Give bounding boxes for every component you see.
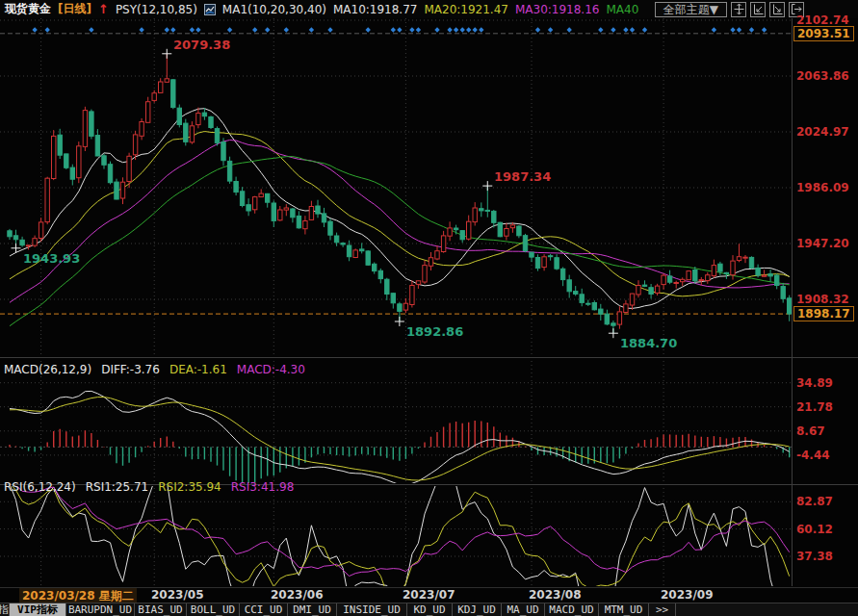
ma-group-label: MA1(10,20,30,40): [222, 3, 326, 16]
scale-right-icon[interactable]: [769, 2, 785, 17]
chart-header: 现货黄金 [日线] ↑ PSY(12,10,85) MA1(10,20,30,4…: [0, 0, 858, 18]
theme-dropdown-button[interactable]: 全部主题▼: [655, 2, 727, 17]
ma20-value: MA20:1921.47: [424, 3, 508, 16]
month-label: 2023/07: [403, 588, 455, 602]
tab->>[interactable]: >>: [649, 603, 676, 616]
indicator-tab-bar: 指标VIP指标BARUPDN_UDBIAS_UDBOLL_UDCCI_UDDMI…: [0, 603, 858, 616]
pane-shift-icon[interactable]: [789, 2, 804, 17]
macd-label-row: MACD(26,12,9) DIFF:-3.76 DEA:-1.61 MACD:…: [4, 363, 305, 376]
month-label: 2023/05: [151, 588, 203, 602]
rsi3-value: RSI3:41.98: [231, 480, 295, 494]
rsi1-value: RSI1:25.71: [86, 480, 149, 494]
symbol-name: 现货黄金: [5, 1, 51, 17]
tab-BIAS_UD[interactable]: BIAS_UD: [135, 603, 187, 616]
macd-title: MACD(26,12,9): [4, 363, 91, 376]
month-label: 2023/09: [661, 588, 713, 602]
psy-indicator-label: PSY(12,10,85): [116, 3, 197, 16]
tab-指标[interactable]: 指标: [0, 603, 10, 616]
tab-MTM_UD[interactable]: MTM_UD: [599, 603, 649, 616]
header-controls: 全部主题▼: [655, 2, 858, 17]
rsi2-value: RSI2:35.94: [158, 480, 221, 494]
macd-dea-value: DEA:-1.61: [169, 363, 227, 376]
mini-chart-icon: [204, 4, 216, 15]
tab-KDJ_UD[interactable]: KDJ_UD: [453, 603, 502, 616]
trading-app-window: 现货黄金 [日线] ↑ PSY(12,10,85) MA1(10,20,30,4…: [0, 0, 858, 616]
month-label: 2023/06: [271, 588, 323, 602]
ma30-value: MA30:1918.16: [515, 3, 600, 16]
tab-KD_UD[interactable]: KD_UD: [407, 603, 453, 616]
scale-left-icon[interactable]: [750, 2, 766, 17]
rsi-label-row: RSI(6,12,24) RSI1:25.71 RSI2:35.94 RSI3:…: [4, 480, 294, 494]
tab-CCI_UD[interactable]: CCI_UD: [240, 603, 288, 616]
period-label: [日线]: [58, 1, 91, 17]
crosshair-move-icon[interactable]: [731, 2, 746, 17]
rsi-title: RSI(6,12,24): [4, 480, 76, 494]
ma40-value: MA40: [606, 3, 638, 16]
tab-VIP指标[interactable]: VIP指标: [10, 603, 66, 616]
tab-MA_UD[interactable]: MA_UD: [502, 603, 545, 616]
month-label: 2023/08: [529, 588, 581, 602]
tab-MACD_UD[interactable]: MACD_UD: [545, 603, 599, 616]
up-arrow-icon: ↑: [98, 3, 109, 15]
chart-plot[interactable]: [0, 18, 858, 590]
macd-diff-value: DIFF:-3.76: [101, 363, 160, 376]
tab-DMI_UD[interactable]: DMI_UD: [288, 603, 337, 616]
tab-INSIDE_UD[interactable]: INSIDE_UD: [337, 603, 407, 616]
tab-BARUPDN_UD[interactable]: BARUPDN_UD: [66, 603, 135, 616]
macd-value: MACD:-4.30: [237, 363, 305, 376]
tab-BOLL_UD[interactable]: BOLL_UD: [187, 603, 240, 616]
ma10-value: MA10:1918.77: [333, 3, 418, 16]
